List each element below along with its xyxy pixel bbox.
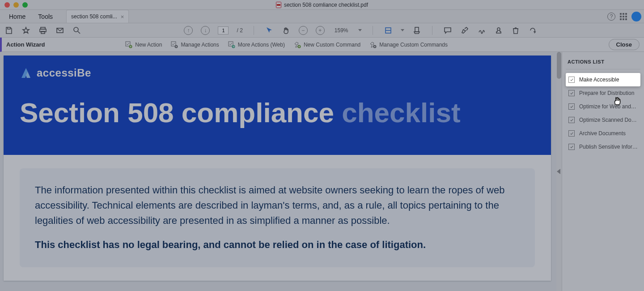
page-number-input[interactable] <box>218 26 229 34</box>
svg-rect-10 <box>126 42 130 46</box>
home-tab[interactable]: Home <box>3 10 32 23</box>
window-title-text: section 508 comliance checklist.pdf <box>284 2 368 8</box>
pdf-file-icon <box>276 2 281 8</box>
signature-icon[interactable] <box>477 26 486 35</box>
right-panel-toggle-icon[interactable] <box>557 169 560 174</box>
document-tab[interactable]: section 508 comli... × <box>66 10 129 23</box>
manage-custom-commands-icon <box>369 41 377 48</box>
email-icon[interactable] <box>55 26 64 35</box>
manage-actions-label: Manage Actions <box>181 42 219 48</box>
svg-rect-15 <box>229 42 233 46</box>
brand-name: accessiBe <box>37 67 91 79</box>
new-action-button[interactable]: New Action <box>125 41 162 48</box>
toolbar-separator <box>254 26 254 35</box>
page-down-icon[interactable]: ↓ <box>201 26 210 35</box>
action-item-archive[interactable]: Archive Documents <box>566 127 640 140</box>
toolbar-separator <box>432 26 432 35</box>
svg-point-19 <box>374 46 375 47</box>
search-icon[interactable] <box>72 26 81 35</box>
page-body: The information presented within this ch… <box>20 168 535 267</box>
page-title-light: checklist <box>334 97 461 128</box>
action-wizard-bar: Action Wizard New Action Manage Actions … <box>0 38 644 52</box>
star-icon[interactable] <box>21 26 30 35</box>
more-actions-icon <box>228 41 235 48</box>
apps-grid-icon[interactable] <box>620 13 627 20</box>
svg-point-14 <box>176 46 177 47</box>
manage-custom-commands-button[interactable]: Manage Custom Commands <box>369 41 448 48</box>
app-window: section 508 comliance checklist.pdf Home… <box>0 0 644 291</box>
new-action-label: New Action <box>135 42 162 48</box>
maximize-window-icon[interactable] <box>22 2 28 8</box>
close-wizard-button[interactable]: Close <box>609 39 640 50</box>
more-actions-label: More Actions (Web) <box>238 42 285 48</box>
help-icon[interactable]: ? <box>607 13 615 21</box>
manage-actions-icon <box>171 41 178 48</box>
read-mode-icon[interactable] <box>412 26 421 35</box>
actions-panel: ACTIONS LIST Make Accessible Prepare for… <box>562 52 644 291</box>
zoom-out-icon[interactable]: − <box>299 26 308 35</box>
hand-tool-icon[interactable] <box>282 26 291 35</box>
svg-point-6 <box>74 27 78 32</box>
zoom-in-icon[interactable]: + <box>316 26 325 35</box>
manage-custom-commands-label: Manage Custom Commands <box>379 42 448 48</box>
checklist-icon <box>568 103 575 110</box>
checklist-icon <box>568 130 575 137</box>
action-item-make-accessible[interactable]: Make Accessible <box>566 73 640 86</box>
stamp-icon[interactable] <box>494 26 503 35</box>
action-item-publish-sensitive[interactable]: Publish Sensitive Informa… <box>566 140 640 154</box>
titlebar: section 508 comliance checklist.pdf <box>0 0 644 10</box>
svg-point-9 <box>497 28 500 30</box>
disclaimer-paragraph: This checklist has no legal bearing, and… <box>35 237 520 252</box>
action-item-label: Optimize for Web and M… <box>579 103 638 110</box>
toolbar-separator <box>373 26 373 35</box>
action-item-prepare-distribution[interactable]: Prepare for Distribution <box>566 86 640 100</box>
manage-actions-button[interactable]: Manage Actions <box>171 41 219 48</box>
scrollbar-thumb[interactable] <box>557 52 561 79</box>
selection-tool-icon[interactable] <box>265 26 274 35</box>
document-tab-label: section 508 comli... <box>71 13 117 20</box>
page-total-label: / 2 <box>237 27 242 34</box>
new-custom-command-icon <box>294 41 301 48</box>
actions-list-title: ACTIONS LIST <box>566 57 640 69</box>
page-header: accessiBe Section 508 compliance checkli… <box>4 56 551 155</box>
action-item-label: Make Accessible <box>579 77 619 83</box>
accessibe-logo-icon <box>20 66 32 80</box>
checklist-icon <box>568 90 575 96</box>
checklist-icon <box>568 144 575 150</box>
action-item-optimize-scanned[interactable]: Optimize Scanned Docu… <box>566 113 640 127</box>
action-wizard-title: Action Wizard <box>6 41 45 48</box>
more-actions-button[interactable]: More Actions (Web) <box>228 41 285 48</box>
tab-bar: Home Tools section 508 comli... × ? <box>0 10 644 23</box>
highlight-icon[interactable] <box>460 26 469 35</box>
rotate-icon[interactable] <box>528 26 537 35</box>
checklist-icon <box>568 117 575 123</box>
close-window-icon[interactable] <box>4 2 10 8</box>
page-body-wrap: The information presented within this ch… <box>4 155 551 280</box>
action-item-optimize-web[interactable]: Optimize for Web and M… <box>566 100 640 113</box>
comment-icon[interactable] <box>443 26 452 35</box>
window-title: section 508 comliance checklist.pdf <box>276 2 368 8</box>
save-icon[interactable] <box>4 26 13 35</box>
action-item-label: Prepare for Distribution <box>579 90 634 96</box>
document-viewport[interactable]: accessiBe Section 508 compliance checkli… <box>0 52 562 291</box>
delete-icon[interactable] <box>511 26 520 35</box>
page-title-strong: Section 508 compliance <box>20 97 334 128</box>
new-action-icon <box>125 41 132 48</box>
fit-width-icon[interactable] <box>384 26 393 35</box>
intro-paragraph: The information presented within this ch… <box>35 183 520 228</box>
page-up-icon[interactable]: ↑ <box>184 26 193 35</box>
pdf-page: accessiBe Section 508 compliance checkli… <box>4 56 551 281</box>
action-item-label: Archive Documents <box>579 130 626 137</box>
user-avatar[interactable] <box>631 12 641 21</box>
brand-logo: accessiBe <box>20 66 535 80</box>
new-custom-command-button[interactable]: New Custom Command <box>294 41 360 48</box>
close-tab-icon[interactable]: × <box>121 13 124 20</box>
print-icon[interactable] <box>38 26 47 35</box>
new-custom-command-label: New Custom Command <box>304 42 360 48</box>
tools-tab[interactable]: Tools <box>32 10 59 23</box>
fit-dropdown-icon[interactable] <box>401 29 404 31</box>
zoom-dropdown-icon[interactable] <box>358 29 362 31</box>
page-title: Section 508 compliance checklist <box>20 98 535 128</box>
minimize-window-icon[interactable] <box>13 2 19 8</box>
work-area: accessiBe Section 508 compliance checkli… <box>0 52 644 291</box>
